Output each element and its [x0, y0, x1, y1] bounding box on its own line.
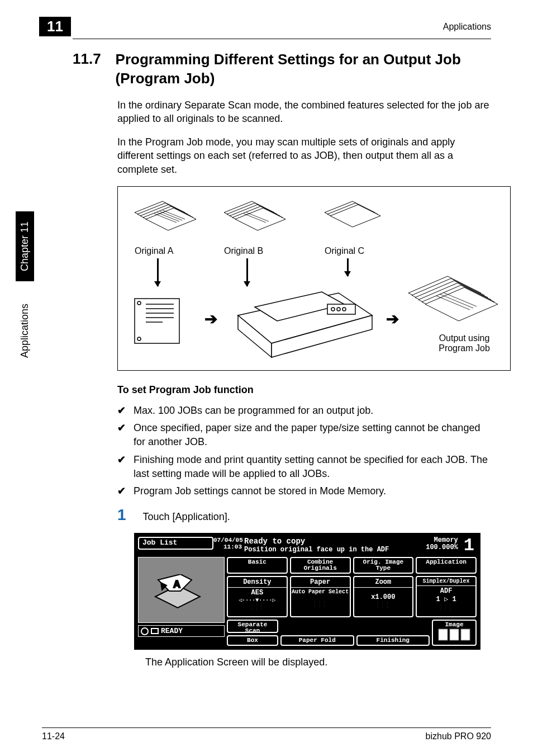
page-footer: 11-24 bizhub PRO 920: [42, 727, 491, 741]
setting-paper[interactable]: Paper Auto Paper Select : : :: : :: [290, 576, 351, 617]
date-text: 07/04/05: [213, 537, 242, 544]
step-number: 1: [117, 506, 126, 524]
tab-orig-image-type[interactable]: Orig. Image Type: [353, 557, 414, 574]
tab-basic[interactable]: Basic: [227, 557, 288, 574]
stack-a-icon: [135, 196, 202, 246]
sidebar-tab: Applications Chapter 11: [16, 211, 34, 358]
svg-rect-50: [450, 629, 459, 640]
stack-c-icon: [325, 196, 392, 246]
screen-icon: [151, 627, 159, 635]
tab-combine-originals[interactable]: Combine Originals: [290, 557, 351, 574]
status-line-1: Ready to copy: [244, 537, 426, 546]
arrow-right-icon: ➔: [204, 310, 217, 328]
setting-zoom[interactable]: Zoom x1.000 : : :: : :: [353, 576, 414, 617]
paper-tray-icon: [129, 287, 202, 355]
subheading: To set Program Job function: [117, 384, 491, 396]
svg-rect-48: [151, 629, 158, 634]
intro-paragraph-1: In the ordinary Separate Scan mode, the …: [117, 98, 491, 126]
control-panel-screenshot: Job List 07/04/05 11:03 Ready to copy Po…: [134, 533, 480, 650]
output-label: Output using Program Job: [425, 333, 503, 353]
sidebar-label: Applications: [16, 304, 34, 358]
sidebar-chapter: Chapter 11: [16, 211, 34, 281]
svg-rect-49: [439, 629, 448, 640]
step-text: Touch [Application].: [143, 511, 230, 523]
arrow-right-icon: ➔: [386, 310, 399, 328]
page-header: 11 Applications: [73, 17, 491, 39]
ready-icon: [141, 627, 149, 635]
svg-rect-19: [135, 299, 179, 343]
arrow-down-icon: [347, 258, 349, 276]
svg-point-21: [137, 337, 141, 341]
joblist-button[interactable]: Job List: [138, 537, 213, 549]
checkmark-icon: ✔: [117, 484, 126, 498]
memory-value: 100.000%: [426, 544, 458, 551]
svg-point-32: [331, 308, 335, 311]
finishing-button[interactable]: Finishing: [356, 635, 430, 646]
check-item-text: Program Job settings cannot be stored in…: [134, 484, 386, 498]
setting-density[interactable]: Density AES ◁····▼····▷ : : :: : :: [227, 576, 288, 617]
copy-count: 1: [461, 537, 477, 555]
arrow-down-icon: [157, 258, 159, 286]
status-line-2: Position original face up in the ADF: [244, 546, 426, 554]
svg-point-33: [337, 308, 340, 311]
header-section-label: Applications: [443, 22, 491, 32]
box-button[interactable]: Box: [227, 635, 278, 646]
footer-page-number: 11-24: [42, 731, 65, 741]
copy-preview-icon: A: [150, 574, 211, 619]
svg-rect-51: [461, 629, 470, 640]
checkmark-icon: ✔: [117, 421, 126, 449]
check-item-text: Max. 100 JOBs can be programmed for an o…: [134, 404, 373, 418]
check-item-text: Once specified, paper size and the paper…: [134, 421, 491, 449]
ready-status: READY: [138, 625, 225, 637]
tab-application[interactable]: Application: [416, 557, 477, 574]
preview-box: A: [138, 557, 225, 623]
svg-point-47: [141, 628, 148, 635]
checkmark-icon: ✔: [117, 404, 126, 418]
check-item-text: Finishing mode and print quantity settin…: [134, 453, 491, 481]
footer-product: bizhub PRO 920: [426, 731, 491, 741]
separate-scan-button[interactable]: Separate Scan: [227, 620, 278, 633]
stack-b-icon: [224, 196, 291, 246]
section-title: Programming Different Settings for an Ou…: [116, 50, 491, 88]
svg-text:A: A: [173, 579, 180, 590]
original-a-label: Original A: [135, 246, 173, 256]
scanner-icon: [227, 276, 383, 366]
setting-simplex-duplex[interactable]: Simplex/Duplex ADF 1 ▷ 1 : : :: : :: [416, 576, 477, 617]
original-c-label: Original C: [325, 246, 364, 256]
image-preview-box[interactable]: Image: [432, 620, 477, 646]
check-list: ✔Max. 100 JOBs can be programmed for an …: [117, 404, 491, 498]
section-number: 11.7: [73, 50, 101, 88]
result-text: The Application Screen will be displayed…: [145, 656, 491, 668]
section-heading: 11.7 Programming Different Settings for …: [73, 50, 491, 88]
step-row: 1 Touch [Application].: [117, 506, 491, 524]
intro-paragraph-2: In the Program Job mode, you may scan mu…: [117, 135, 491, 176]
svg-point-20: [137, 301, 141, 305]
svg-point-34: [342, 308, 346, 311]
chapter-number-badge: 11: [39, 17, 71, 36]
image-thumbnail-icon: [437, 628, 471, 641]
checkmark-icon: ✔: [117, 453, 126, 481]
original-b-label: Original B: [224, 246, 263, 256]
paper-fold-button[interactable]: Paper Fold: [280, 635, 354, 646]
output-stack-icon: [408, 271, 503, 338]
time-text: 11:03: [213, 544, 242, 550]
program-job-diagram: Original A Original B Original C ➔: [117, 186, 511, 371]
